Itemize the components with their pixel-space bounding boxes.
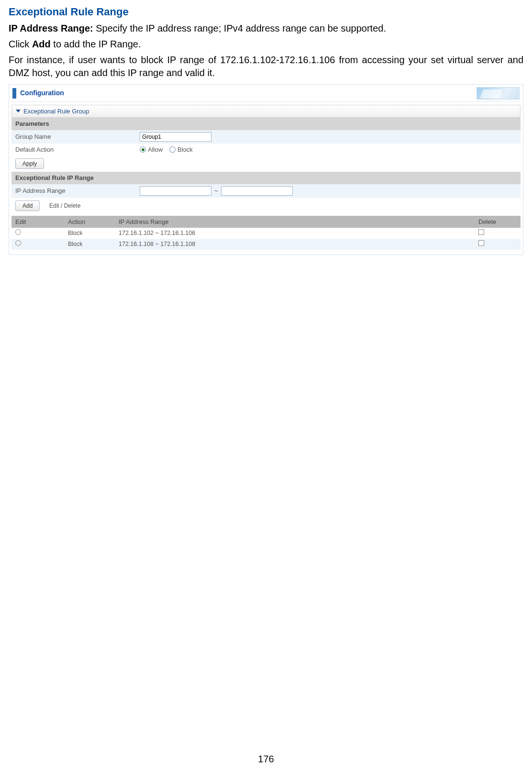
default-action-label: Default Action <box>15 145 140 154</box>
row-ip: 172.16.1.102 ~ 172.16.1.106 <box>119 229 478 237</box>
p2-bold: Add <box>32 39 51 49</box>
col-edit: Edit <box>15 218 68 226</box>
config-panel: Configuration Exceptional Rule Group Par… <box>9 84 523 255</box>
ip-range-label: IP Address Range <box>15 187 140 195</box>
blue-accent-bar <box>12 88 16 99</box>
p1-bold: IP Address Range: <box>9 23 96 33</box>
parameters-header: Parameters <box>11 118 521 130</box>
section-exceptional-rule-group[interactable]: Exceptional Rule Group <box>11 105 521 118</box>
apply-row: Apply <box>11 156 521 172</box>
paragraph-2: Click Add to add the IP Range. <box>9 38 523 51</box>
radio-allow-wrap[interactable]: Allow <box>140 145 163 154</box>
radio-block-label: Block <box>177 145 193 154</box>
section-title: Exceptional Rule Group <box>23 107 89 116</box>
chevron-down-icon <box>16 110 21 112</box>
table-row: Block 172.16.1.108 ~ 172.16.1.108 <box>11 239 521 250</box>
delete-checkbox[interactable] <box>478 240 484 246</box>
p1-rest: Specify the IP address range; IPv4 addre… <box>96 23 386 33</box>
table-row: Block 172.16.1.102 ~ 172.16.1.106 <box>11 228 521 239</box>
col-ip: IP Address Range <box>119 218 478 226</box>
group-name-input[interactable] <box>140 132 211 142</box>
row-action: Block <box>68 229 119 237</box>
section-heading: Exceptional Rule Range <box>9 5 523 19</box>
header-graphic <box>477 87 520 100</box>
radio-allow-icon <box>140 146 146 153</box>
row-action: Block <box>68 240 119 248</box>
edit-radio[interactable] <box>15 240 21 246</box>
paragraph-1: IP Address Range: Specify the IP address… <box>9 22 523 35</box>
add-button[interactable]: Add <box>15 201 40 211</box>
col-action: Action <box>68 218 119 226</box>
paragraph-3: For instance, if user wants to block IP … <box>9 54 523 79</box>
edit-delete-button[interactable]: Edit / Delete <box>44 201 85 211</box>
delete-checkbox[interactable] <box>478 229 484 235</box>
group-name-label: Group Name <box>15 133 140 141</box>
p2-b: to add the IP Range. <box>51 39 141 49</box>
radio-block-icon <box>169 146 176 153</box>
tilde-separator: ~ <box>214 187 218 195</box>
ip-start-input[interactable] <box>140 186 211 196</box>
panel-title: Configuration <box>20 89 64 98</box>
radio-block-wrap[interactable]: Block <box>169 145 193 154</box>
page-number: 176 <box>9 753 523 766</box>
add-edit-row: Add Edit / Delete <box>11 198 521 214</box>
row-group-name: Group Name <box>11 130 521 144</box>
row-ip: 172.16.1.108 ~ 172.16.1.108 <box>119 240 478 248</box>
radio-allow-label: Allow <box>148 145 163 154</box>
panel-header: Configuration <box>11 86 521 102</box>
iprange-section-header: Exceptional Rule IP Range <box>11 172 521 184</box>
apply-button[interactable]: Apply <box>15 158 44 169</box>
ip-end-input[interactable] <box>221 186 293 196</box>
row-ip-range: IP Address Range ~ <box>11 184 521 198</box>
row-default-action: Default Action Allow Block <box>11 144 521 156</box>
p2-a: Click <box>9 39 32 49</box>
col-delete: Delete <box>478 218 517 226</box>
edit-radio[interactable] <box>15 229 21 235</box>
table-header: Edit Action IP Address Range Delete <box>11 216 521 228</box>
